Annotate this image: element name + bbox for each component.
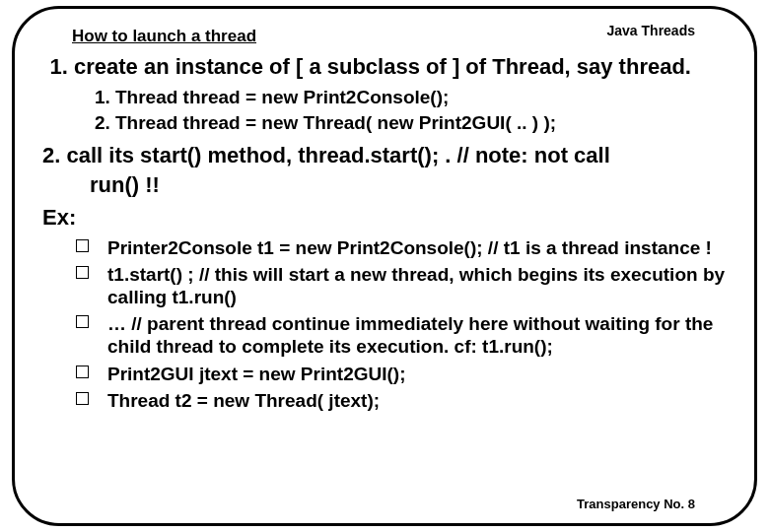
- slide: Java Threads How to launch a thread crea…: [0, 0, 769, 532]
- step-1-text: create an instance of [ a subclass of ] …: [74, 54, 691, 79]
- step-1-sublist: Thread thread = new Print2Console(); Thr…: [90, 86, 727, 135]
- step-1-sub-2: Thread thread = new Thread( new Print2GU…: [115, 111, 727, 135]
- example-item-5: Thread t2 = new Thread( jtext);: [76, 389, 727, 412]
- page-number: Transparency No. 8: [577, 497, 695, 511]
- step-1-sub-1: Thread thread = new Print2Console();: [115, 86, 727, 109]
- step-list: create an instance of [ a subclass of ] …: [46, 54, 727, 135]
- example-list: Printer2Console t1 = new Print2Console()…: [76, 236, 727, 412]
- step-1: create an instance of [ a subclass of ] …: [74, 54, 727, 135]
- step-2-line1: call its start() method, thread.start();…: [66, 143, 609, 167]
- step-2: 2. call its start() method, thread.start…: [42, 143, 727, 168]
- example-item-3: … // parent thread continue immediately …: [76, 312, 727, 358]
- slide-frame: Java Threads How to launch a thread crea…: [12, 6, 757, 526]
- step-2-number: 2.: [42, 143, 60, 167]
- example-item-1: Printer2Console t1 = new Print2Console()…: [76, 236, 727, 259]
- step-2-line2: run() !!: [90, 172, 727, 198]
- example-item-2: t1.start() ; // this will start a new th…: [76, 263, 727, 308]
- example-item-4: Print2GUI jtext = new Print2GUI();: [76, 363, 727, 385]
- topic-header: Java Threads: [607, 23, 696, 38]
- example-label: Ex:: [42, 205, 727, 231]
